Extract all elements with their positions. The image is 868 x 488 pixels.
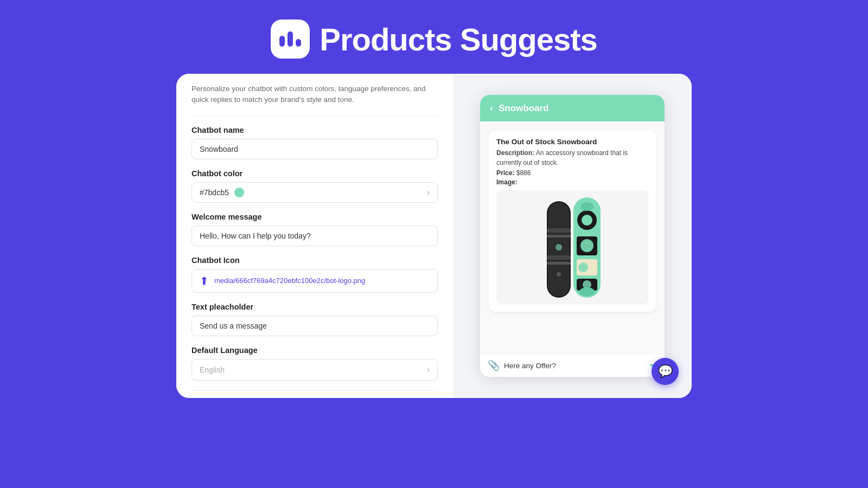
text-placeholder-input[interactable] bbox=[192, 316, 438, 336]
chatbot-icon-group: Chatbot Icon ⬆ media/666cf769a4c720ebfc1… bbox=[192, 256, 438, 293]
color-swatch bbox=[234, 188, 244, 197]
chatbot-name-group: Chatbot name bbox=[192, 126, 438, 159]
app-logo bbox=[271, 20, 310, 59]
default-language-group: Default Language English › bbox=[192, 346, 438, 381]
chatbot-icon-row[interactable]: ⬆ media/666cf769a4c720ebfc100e2c/bot-log… bbox=[192, 269, 438, 293]
chatbot-color-label: Chatbot color bbox=[192, 169, 438, 178]
default-language-label: Default Language bbox=[192, 346, 438, 355]
text-placeholder-group: Text pleacholder bbox=[192, 303, 438, 336]
floating-chat-button[interactable]: 💬 bbox=[652, 358, 679, 385]
svg-point-10 bbox=[582, 215, 592, 226]
language-value: English bbox=[200, 365, 225, 374]
color-hex-value: #7bdcb5 bbox=[200, 188, 229, 197]
product-card: The Out of Stock Snowboard Description: … bbox=[489, 130, 656, 312]
save-btn-wrapper: Save change bbox=[192, 390, 438, 399]
svg-point-17 bbox=[580, 202, 593, 211]
product-image bbox=[496, 190, 648, 304]
chat-body: The Out of Stock Snowboard Description: … bbox=[480, 121, 665, 354]
text-placeholder-label: Text pleacholder bbox=[192, 303, 438, 311]
svg-rect-4 bbox=[547, 255, 571, 260]
chat-header: ‹ Snowboard bbox=[480, 95, 665, 121]
color-left: #7bdcb5 bbox=[200, 188, 244, 197]
chatbot-icon-label: Chatbot Icon bbox=[192, 256, 438, 265]
product-description: Description: An accessory snowboard that… bbox=[496, 148, 648, 168]
chevron-right-icon: › bbox=[427, 365, 430, 375]
chatbot-name-input[interactable] bbox=[192, 139, 438, 159]
svg-rect-3 bbox=[547, 235, 571, 237]
svg-rect-5 bbox=[547, 262, 571, 265]
chevron-right-icon: › bbox=[427, 188, 430, 197]
settings-panel: Personalize your chatbot with custom col… bbox=[176, 74, 453, 398]
welcome-message-input[interactable] bbox=[192, 226, 438, 246]
svg-point-14 bbox=[578, 262, 588, 272]
svg-point-12 bbox=[580, 239, 593, 252]
chat-preview-panel: ‹ Snowboard The Out of Stock Snowboard D… bbox=[453, 74, 692, 398]
logo-dot-2 bbox=[288, 31, 293, 47]
chatbot-name-label: Chatbot name bbox=[192, 126, 438, 134]
logo-dots bbox=[279, 31, 301, 47]
chatbot-color-group: Chatbot color #7bdcb5 › bbox=[192, 169, 438, 203]
welcome-message-group: Welcome message bbox=[192, 213, 438, 246]
svg-point-6 bbox=[556, 244, 562, 251]
chat-widget: ‹ Snowboard The Out of Stock Snowboard D… bbox=[480, 95, 665, 377]
welcome-message-label: Welcome message bbox=[192, 213, 438, 221]
app-header: Products Suggests bbox=[271, 20, 597, 59]
upload-icon: ⬆ bbox=[200, 274, 209, 287]
svg-rect-2 bbox=[547, 228, 571, 233]
chat-back-button[interactable]: ‹ bbox=[490, 102, 493, 114]
product-price-value: $886 bbox=[516, 169, 531, 177]
svg-point-18 bbox=[579, 287, 595, 296]
icon-file-path: media/666cf769a4c720ebfc100e2c/bot-logo.… bbox=[214, 277, 365, 285]
app-title: Products Suggests bbox=[320, 21, 597, 57]
main-card: Personalize your chatbot with custom col… bbox=[176, 74, 692, 398]
panel-description: Personalize your chatbot with custom col… bbox=[192, 74, 438, 116]
chatbot-color-row[interactable]: #7bdcb5 › bbox=[192, 182, 438, 203]
language-select[interactable]: English › bbox=[192, 359, 438, 381]
chat-header-title: Snowboard bbox=[499, 103, 549, 114]
product-price: Price: $886 bbox=[496, 169, 648, 177]
chat-message-input[interactable] bbox=[504, 362, 644, 370]
chat-input-row: 📎 ➤ bbox=[480, 354, 665, 377]
logo-dot-3 bbox=[296, 39, 301, 47]
floating-chat-icon: 💬 bbox=[658, 364, 673, 378]
attachment-icon: 📎 bbox=[488, 359, 500, 371]
product-price-label: Price: bbox=[496, 169, 514, 177]
product-image-label: Image: bbox=[496, 178, 648, 186]
logo-dot-1 bbox=[279, 36, 285, 47]
svg-point-7 bbox=[557, 272, 561, 277]
product-title: The Out of Stock Snowboard bbox=[496, 138, 648, 146]
product-desc-label: Description: bbox=[496, 149, 534, 157]
